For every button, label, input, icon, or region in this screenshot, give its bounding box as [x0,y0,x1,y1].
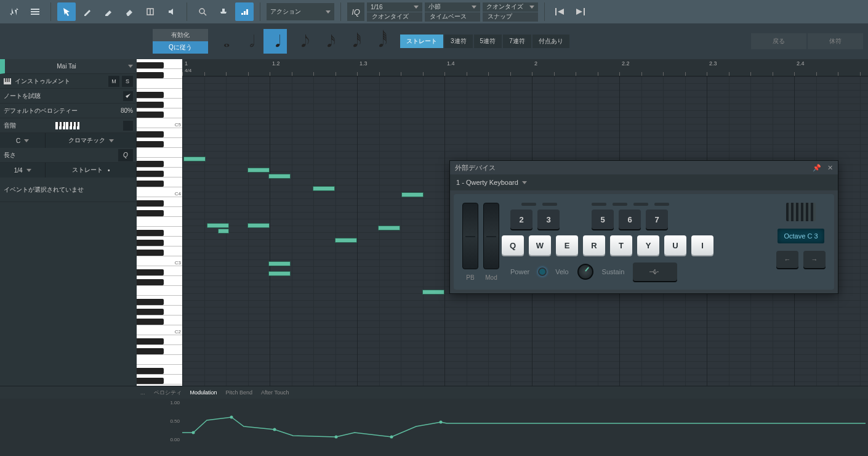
tab-aftertouch[interactable]: After Touch [257,388,292,397]
arrow-tool[interactable] [57,2,76,21]
list-icon[interactable] [26,2,44,21]
whole-note-button[interactable]: 𝅝 [212,29,235,54]
instrument-row: インストゥルメント MS [0,74,137,89]
device-selector[interactable]: 1 - Qwerty Keyboard [450,174,838,190]
tab-more[interactable]: ... [137,388,149,397]
velo-label: Velo [555,268,568,275]
octave-up-button[interactable]: → [803,251,826,268]
sixteenth-note-button[interactable]: 𝅘𝅥𝅯 [315,29,339,54]
black-key-6[interactable]: 6 [619,210,641,229]
snap-end-icon[interactable] [572,2,590,21]
white-key-Y[interactable]: Y [637,235,659,255]
root-note-dropdown[interactable]: C [0,133,46,148]
tab-modulation[interactable]: Modulation [187,388,221,397]
straight-button[interactable]: ストレート [400,35,443,48]
top-toolbar: アクション IQ 1/16 クオンタイズ 小節 タイムベース クオンタイズ スナ… [0,0,868,23]
octave-down-button[interactable]: ← [776,251,798,268]
black-key-3[interactable]: 3 [537,210,560,229]
iq-button[interactable]: IQ [347,2,364,21]
split-tool[interactable] [141,2,159,21]
sixtyfourth-note-button[interactable]: 𝅘𝅥𝅱 [367,29,390,54]
svg-rect-12 [9,78,10,82]
stamp-icon[interactable] [214,2,233,21]
sort-icon[interactable] [5,2,23,21]
white-key-I[interactable]: I [691,235,713,255]
back-button[interactable]: 戻る [751,33,806,49]
midi-note[interactable] [422,290,444,295]
panel-titlebar[interactable]: 外部デバイス 📌 ✕ [450,161,838,174]
pin-icon[interactable]: 📌 [813,164,821,172]
action-dropdown[interactable]: アクション [267,3,334,20]
scale-bot: 0.00 [170,437,180,442]
white-key-U[interactable]: U [664,235,686,255]
length-q-button[interactable]: Q [118,149,133,161]
quarter-note-button[interactable]: 𝅘𝅥 [263,29,287,54]
scale-type-dropdown[interactable]: クロマチック [46,133,137,148]
sustain-key[interactable] [633,263,677,281]
midi-note[interactable] [218,229,229,234]
solo-button[interactable]: S [122,76,133,87]
track-header[interactable]: Mai Tai [0,59,137,74]
midi-note[interactable] [183,157,206,161]
length-type-dropdown[interactable]: ストレート• [46,163,137,177]
note-value-bar: 有効化 Qに従う 𝅝 𝅗𝅥 𝅘𝅥 𝅘𝅥𝅮 𝅘𝅥𝅯 𝅘𝅥𝅰 𝅘𝅥𝅱 ストレート 3… [0,23,868,59]
midi-note[interactable] [247,223,270,228]
tab-pitchbend[interactable]: Pitch Bend [222,388,257,397]
mod-wheel[interactable] [483,203,499,269]
audition-checkbox[interactable] [123,91,133,101]
midi-note[interactable] [268,271,291,276]
midi-note[interactable] [378,226,400,230]
dotted-button[interactable]: 付点あり [532,35,569,48]
white-key-Q[interactable]: Q [502,235,524,255]
length-select-row: 1/4 ストレート• [0,163,137,177]
velocity-knob[interactable] [577,264,593,280]
velocity-row[interactable]: デフォルトのベロシティー80% [0,104,137,118]
quintuplet-button[interactable]: 5連符 [474,35,502,48]
black-key-5[interactable]: 5 [592,210,614,229]
midi-note[interactable] [268,174,291,179]
half-note-button[interactable]: 𝅗𝅥 [238,29,261,54]
eighth-note-button[interactable]: 𝅘𝅥𝅮 [289,29,313,54]
follow-q-button[interactable]: Qに従う [153,41,208,54]
brush-tool[interactable] [99,2,118,21]
quantize-value-dropdown[interactable]: 1/16 [367,2,422,12]
midi-note[interactable] [207,223,229,228]
eraser-tool[interactable] [120,2,139,21]
white-key-W[interactable]: W [529,235,551,255]
pencil-tool[interactable] [78,2,97,21]
power-led[interactable] [538,267,547,276]
white-key-E[interactable]: E [556,235,578,255]
snap-dropdown[interactable]: クオンタイズ [483,2,538,12]
midi-note[interactable] [401,192,424,197]
modulation-lane[interactable] [182,399,868,456]
auto-scroll-icon[interactable] [235,2,254,21]
thirtysecond-note-button[interactable]: 𝅘𝅥𝅰 [341,29,364,54]
rest-button[interactable]: 休符 [808,33,863,49]
zoom-icon[interactable] [193,2,212,21]
triplet-button[interactable]: 3連符 [444,35,473,48]
black-key-7[interactable]: 7 [646,210,668,229]
tab-velocity[interactable]: ベロシティ [150,388,185,398]
septuplet-button[interactable]: 7連符 [503,35,531,48]
midi-note[interactable] [247,168,270,173]
audition-row[interactable]: ノートを試聴 [0,89,137,104]
mute-button[interactable]: M [108,76,119,87]
mute-tool[interactable] [162,2,180,21]
midi-note[interactable] [313,186,335,191]
scale-checkbox[interactable] [123,121,133,131]
piano-keyboard[interactable]: C5C4C3C2C1 [137,59,182,386]
controller-lane: ... ベロシティ Modulation Pitch Bend After To… [0,386,868,456]
close-icon[interactable]: ✕ [827,164,833,172]
white-key-R[interactable]: R [583,235,605,255]
midi-note[interactable] [268,261,291,266]
enable-button[interactable]: 有効化 [153,29,208,41]
svg-rect-5 [244,11,246,15]
timebase-dropdown[interactable]: 小節 [425,2,480,12]
timeline-ruler[interactable]: 4/4 11.21.31.422.22.32.4 [182,59,868,76]
pitch-bend-wheel[interactable] [462,203,478,269]
white-key-T[interactable]: T [610,235,632,255]
snap-start-icon[interactable] [551,2,569,21]
midi-note[interactable] [335,238,357,243]
black-key-2[interactable]: 2 [510,210,532,229]
length-value-dropdown[interactable]: 1/4 [0,163,46,177]
